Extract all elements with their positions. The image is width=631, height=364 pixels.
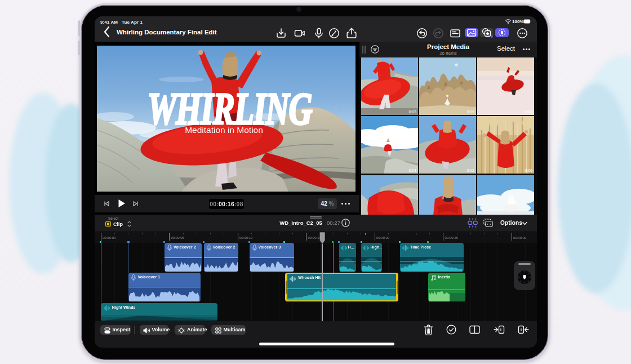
- svg-text:0:02: 0:02: [466, 168, 474, 172]
- svg-text:0:04: 0:04: [408, 168, 416, 172]
- svg-text:0:10: 0:10: [525, 110, 532, 114]
- svg-text:0:03: 0:03: [408, 110, 416, 114]
- svg-text:0:09: 0:09: [466, 110, 474, 114]
- svg-text:0:06: 0:06: [525, 168, 532, 172]
